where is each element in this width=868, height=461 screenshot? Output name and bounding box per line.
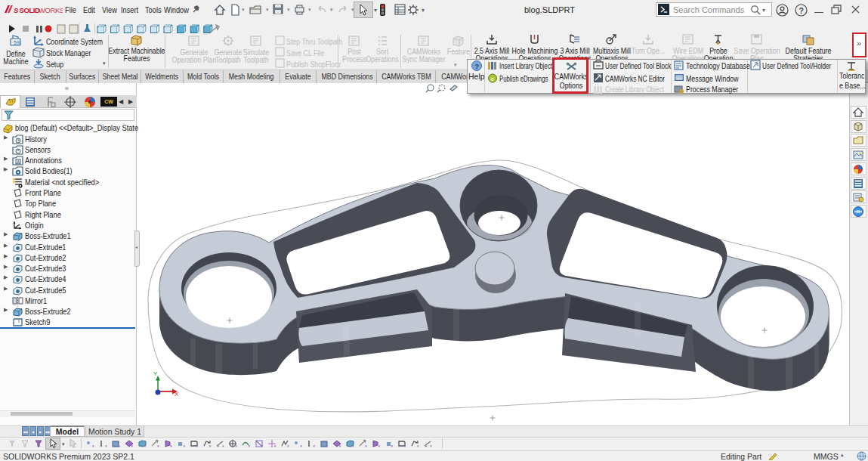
svg-text:X: X <box>175 391 179 398</box>
svg-text:Y: Y <box>153 370 158 377</box>
svg-text:e: e <box>491 76 495 82</box>
svg-text:?: ? <box>475 63 480 70</box>
